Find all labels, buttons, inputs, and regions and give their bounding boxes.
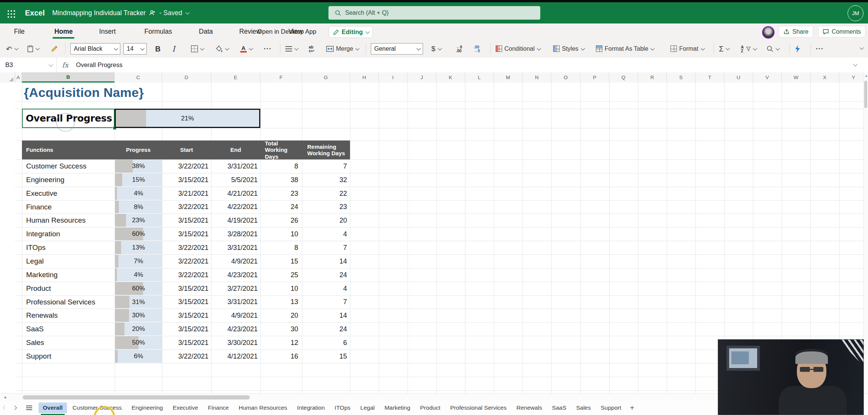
column-header-G[interactable]: G [302, 72, 350, 83]
column-header-A[interactable]: A [15, 72, 22, 83]
sheet-tab-sales[interactable]: Sales [572, 403, 595, 413]
app-name[interactable]: Excel [25, 2, 45, 23]
cell-end-date[interactable]: 4/21/2021 [211, 187, 260, 200]
table-header-end[interactable]: End [211, 140, 260, 159]
cell-function-name[interactable]: Finance [22, 200, 115, 214]
column-header-W[interactable]: W [782, 72, 810, 83]
column-header-L[interactable]: L [465, 72, 494, 83]
cell-start-date[interactable]: 3/15/2021 [162, 173, 211, 187]
cell-total-working-days[interactable]: 8 [260, 241, 302, 254]
cell-start-date[interactable]: 3/22/2021 [162, 254, 211, 268]
presence-avatar[interactable] [762, 26, 775, 39]
select-all-corner[interactable] [0, 72, 15, 83]
format-button[interactable]: Format [670, 45, 704, 52]
font-name-combo[interactable]: Arial Black [70, 43, 120, 55]
cell-start-date[interactable]: 3/15/2021 [162, 336, 211, 349]
menu-insert[interactable]: Insert [99, 23, 116, 40]
cell-progress[interactable]: 23% [115, 214, 162, 227]
column-header-X[interactable]: X [810, 72, 839, 83]
sheet-tab-engineering[interactable]: Engineering [128, 403, 167, 413]
italic-button[interactable]: I [172, 44, 175, 53]
sheet-tab-saas[interactable]: SaaS [548, 403, 571, 413]
cell-start-date[interactable]: 3/15/2021 [162, 309, 211, 322]
editing-mode-button[interactable]: Editing [329, 26, 373, 38]
menu-formulas[interactable]: Formulas [145, 23, 172, 40]
cell-total-working-days[interactable]: 23 [260, 187, 302, 200]
cell-total-working-days[interactable]: 24 [260, 200, 302, 214]
acquisition-name-cell[interactable]: {Acquisition Name} [24, 85, 144, 100]
increase-decimal-button[interactable]: .00→0 [474, 45, 480, 53]
cell-end-date[interactable]: 4/23/2021 [211, 322, 260, 336]
cell-start-date[interactable]: 3/22/2021 [162, 268, 211, 282]
cell-start-date[interactable]: 3/15/2021 [162, 295, 211, 309]
cell-start-date[interactable]: 3/22/2021 [162, 349, 211, 363]
column-header-M[interactable]: M [494, 72, 523, 83]
cell-start-date[interactable]: 3/15/2021 [162, 214, 211, 227]
cell-remaining-working-days[interactable]: 22 [302, 187, 350, 200]
column-header-O[interactable]: O [551, 72, 580, 83]
fill-color-button[interactable] [216, 45, 228, 52]
sheet-tab-human-resources[interactable]: Human Resources [235, 403, 291, 413]
cell-function-name[interactable]: Professional Services [22, 295, 115, 309]
cell-function-name[interactable]: Legal [22, 254, 115, 268]
cell-start-date[interactable]: 3/15/2021 [162, 322, 211, 336]
document-title[interactable]: Mindmapping Individual Tracker [52, 9, 146, 17]
column-header-D[interactable]: D [162, 72, 211, 83]
cell-total-working-days[interactable]: 13 [260, 295, 302, 309]
more-font-options-button[interactable]: ··· [264, 45, 272, 53]
merge-button[interactable]: Merge [326, 45, 358, 52]
sheet-tab-itops[interactable]: ITOps [330, 403, 355, 413]
bold-button[interactable]: B [155, 44, 160, 53]
cell-progress[interactable]: 4% [115, 187, 162, 200]
cell-end-date[interactable]: 4/9/2021 [211, 254, 260, 268]
column-header-F[interactable]: F [260, 72, 302, 83]
cell-end-date[interactable]: 3/28/2021 [211, 227, 260, 241]
column-header-C[interactable]: C [115, 72, 162, 83]
cell-function-name[interactable]: Marketing [22, 268, 115, 282]
font-size-combo[interactable]: 14 [123, 43, 147, 55]
find-button[interactable] [767, 45, 779, 52]
cell-remaining-working-days[interactable]: 14 [302, 309, 350, 322]
sheet-tab-finance[interactable]: Finance [204, 403, 233, 413]
column-header-U[interactable]: U [724, 72, 753, 83]
column-header-T[interactable]: T [695, 72, 724, 83]
fx-icon[interactable]: fx [57, 61, 74, 69]
cell-remaining-working-days[interactable]: 7 [302, 159, 350, 173]
cell-total-working-days[interactable]: 38 [260, 173, 302, 187]
cell-remaining-working-days[interactable]: 4 [302, 282, 350, 295]
app-launcher-icon[interactable] [8, 10, 9, 12]
cell-remaining-working-days[interactable]: 14 [302, 254, 350, 268]
cell-name-box[interactable]: B3 [0, 58, 57, 72]
cell-end-date[interactable]: 3/31/2021 [211, 295, 260, 309]
column-header-Q[interactable]: Q [609, 72, 638, 83]
cell-progress[interactable]: 50% [115, 336, 162, 349]
cell-end-date[interactable]: 4/23/2021 [211, 268, 260, 282]
cell-total-working-days[interactable]: 25 [260, 268, 302, 282]
menu-data[interactable]: Data [199, 23, 213, 40]
cell-progress[interactable]: 4% [115, 268, 162, 281]
cell-progress[interactable]: 7% [115, 255, 162, 268]
sheet-tab-professional-services[interactable]: Professional Services [446, 403, 511, 413]
account-avatar[interactable]: JM [848, 5, 863, 21]
undo-button[interactable]: ↶ [6, 44, 17, 53]
sheet-tab-renewals[interactable]: Renewals [512, 403, 546, 413]
cell-function-name[interactable]: Sales [22, 336, 115, 349]
cell-remaining-working-days[interactable]: 32 [302, 173, 350, 187]
analyze-data-button[interactable] [795, 45, 801, 53]
cell-function-name[interactable]: Engineering [22, 173, 115, 187]
sheet-tab-overall[interactable]: Overall [39, 403, 67, 413]
cell-end-date[interactable]: 3/27/2021 [211, 282, 260, 295]
format-painter-icon[interactable] [51, 45, 59, 52]
cell-function-name[interactable]: Human Resources [22, 214, 115, 227]
format-as-table-button[interactable]: Format As Table [596, 45, 653, 52]
cell-remaining-working-days[interactable]: 7 [302, 241, 350, 254]
conditional-formatting-button[interactable]: Conditional [496, 45, 540, 52]
currency-format-button[interactable]: $ [431, 45, 441, 53]
cell-progress[interactable]: 30% [115, 309, 162, 322]
table-header-total-working-days[interactable]: Total Working Days [260, 140, 302, 159]
overall-progress-bar[interactable]: 21% [115, 109, 260, 128]
expand-formula-bar-icon[interactable] [853, 62, 857, 66]
cell-remaining-working-days[interactable]: 4 [302, 227, 350, 241]
wrap-text-button[interactable]: abc↩ [309, 45, 314, 53]
open-in-desktop-button[interactable]: Open in Desktop App [257, 23, 316, 40]
